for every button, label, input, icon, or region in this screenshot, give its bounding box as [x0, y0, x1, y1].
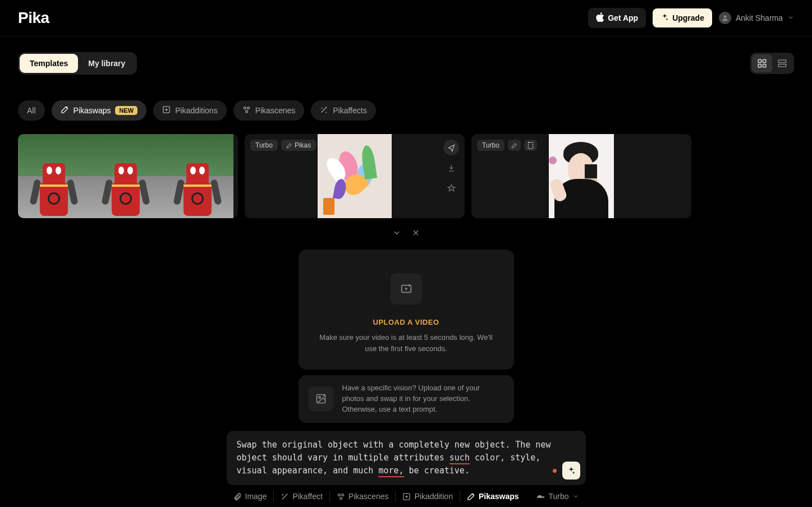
wand-icon [61, 105, 69, 116]
type-tag [508, 140, 521, 151]
aspect-icon [527, 142, 534, 149]
upload-panel: UPLOAD A VIDEO Make sure your video is a… [299, 250, 514, 370]
upgrade-button[interactable]: Upgrade [653, 8, 712, 27]
list-icon [777, 58, 787, 68]
chevron-down-icon [572, 493, 579, 500]
tool-turbo[interactable]: Turbo [529, 491, 585, 502]
svg-point-17 [342, 494, 344, 496]
effects-icon [320, 105, 328, 116]
plus-frame-icon [402, 492, 411, 501]
svg-point-9 [247, 107, 249, 109]
avatar [719, 12, 731, 24]
image-swap-icon [315, 393, 327, 404]
mode-tag: Turbo [477, 140, 504, 151]
upload-video-icon [400, 283, 412, 295]
wand-icon [286, 142, 292, 149]
svg-rect-2 [763, 59, 766, 62]
upload-video-button[interactable] [391, 273, 422, 305]
svg-rect-6 [778, 64, 786, 67]
tool-label: Pikaswaps [479, 492, 519, 501]
scenes-icon [242, 105, 251, 116]
tool-pikaffect[interactable]: Pikaffect [274, 491, 329, 502]
turbo-icon [535, 492, 545, 500]
tool-pikaswaps[interactable]: Pikaswaps [460, 491, 526, 502]
upload-title: UPLOAD A VIDEO [314, 318, 498, 326]
svg-point-18 [340, 497, 342, 500]
share-button[interactable] [443, 140, 459, 155]
wand-icon [467, 492, 475, 501]
gallery-card[interactable] [18, 134, 238, 218]
tool-label: Turbo [548, 492, 568, 501]
filter-pikascenes[interactable]: Pikascenes [233, 100, 305, 121]
logo[interactable]: Pika [18, 9, 49, 27]
collapse-button[interactable] [391, 228, 403, 239]
star-icon [447, 184, 456, 192]
share-icon [447, 144, 456, 152]
tool-label: Pikascenes [348, 492, 389, 501]
svg-point-8 [244, 107, 246, 109]
svg-point-10 [245, 110, 247, 113]
filter-pikaffects[interactable]: Pikaffects [311, 100, 375, 121]
close-icon [411, 228, 420, 237]
tool-image[interactable]: Image [227, 491, 274, 502]
wand-icon [511, 142, 517, 149]
prompt-toolbar: Image Pikaffect Pikascenes Pikaddition P… [227, 491, 586, 502]
upload-desc: Make sure your video is at least 5 secon… [314, 332, 498, 354]
close-button[interactable] [410, 228, 422, 239]
library-tabs: Templates My library [18, 52, 137, 75]
svg-rect-1 [758, 59, 761, 62]
tool-pikascenes[interactable]: Pikascenes [330, 491, 396, 502]
hint-text: Have a specific vision? Upload one of yo… [342, 383, 504, 415]
svg-rect-4 [763, 64, 766, 67]
app-header: Pika Get App Upgrade Ankit Sharma [0, 0, 812, 36]
filter-all[interactable]: All [18, 100, 45, 121]
filter-chips: All Pikaswaps NEW Pikadditions Pikascene… [18, 100, 794, 121]
svg-rect-5 [778, 60, 786, 63]
tab-templates[interactable]: Templates [20, 54, 78, 73]
view-switch [750, 53, 794, 74]
svg-point-15 [318, 397, 320, 398]
gallery-card[interactable]: Turbo Pikas [245, 134, 465, 218]
tool-pikaddition[interactable]: Pikaddition [396, 491, 460, 502]
sparkle-icon [567, 466, 576, 475]
get-app-button[interactable]: Get App [588, 8, 646, 28]
filter-pikaffects-label: Pikaffects [333, 106, 366, 115]
sparkle-icon [660, 13, 669, 23]
prompt-text: such [449, 453, 470, 464]
prompt-text: more, [378, 465, 403, 477]
hint-panel: Have a specific vision? Upload one of yo… [299, 375, 514, 423]
chevron-down-icon [392, 228, 401, 237]
filter-pikadditions-label: Pikadditions [175, 106, 218, 115]
svg-rect-12 [528, 142, 533, 148]
tool-label: Pikaffect [292, 492, 322, 501]
svg-point-20 [542, 496, 544, 498]
view-grid-button[interactable] [752, 54, 772, 72]
filter-pikaswaps[interactable]: Pikaswaps NEW [52, 100, 147, 121]
apple-icon [596, 12, 604, 24]
tab-my-library[interactable]: My library [78, 54, 135, 73]
chevron-down-icon [787, 13, 794, 22]
filter-pikaswaps-label: Pikaswaps [74, 106, 111, 115]
indicator-dot [553, 469, 557, 473]
generate-button[interactable] [562, 462, 580, 480]
filter-pikascenes-label: Pikascenes [255, 106, 296, 115]
prompt-input[interactable]: Swap the original object with a complete… [227, 431, 586, 486]
filter-pikadditions[interactable]: Pikadditions [153, 100, 227, 121]
svg-rect-3 [758, 64, 761, 67]
tool-label: Image [245, 492, 267, 501]
effects-icon [281, 492, 289, 501]
view-list-button[interactable] [772, 54, 792, 72]
download-button[interactable] [443, 160, 459, 176]
user-menu[interactable]: Ankit Sharma [719, 12, 794, 24]
gallery-card[interactable]: Turbo [471, 134, 691, 218]
paperclip-icon [233, 492, 242, 501]
upgrade-label: Upgrade [672, 13, 704, 22]
download-icon [447, 164, 456, 172]
favorite-button[interactable] [443, 180, 459, 196]
get-app-label: Get App [608, 13, 638, 22]
svg-point-16 [338, 494, 340, 496]
mode-tag: Turbo [250, 140, 278, 151]
upload-image-button[interactable] [309, 386, 333, 411]
grid-icon [757, 58, 767, 68]
scenes-icon [337, 492, 345, 501]
